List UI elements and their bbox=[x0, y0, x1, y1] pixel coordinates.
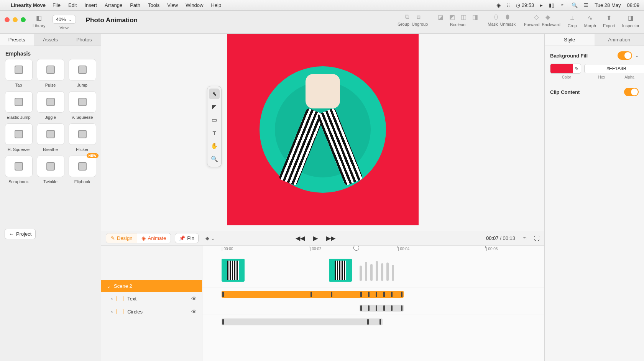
zoom-control[interactable]: 40% ⌄ View bbox=[53, 13, 76, 30]
play-button[interactable]: ▶ bbox=[313, 235, 318, 242]
preset-tap[interactable]: Tap bbox=[5, 59, 33, 87]
timer-icon[interactable]: ◷ 29:53 bbox=[516, 2, 534, 8]
clip-text[interactable] bbox=[360, 305, 404, 312]
tab-style[interactable]: Style bbox=[545, 34, 595, 46]
scene-track[interactable] bbox=[202, 287, 544, 301]
artboard[interactable] bbox=[227, 34, 419, 225]
layer-text[interactable]: › Text 👁 bbox=[101, 292, 202, 305]
preset-jiggle[interactable]: Jiggle bbox=[36, 91, 64, 120]
spotlight-icon[interactable]: 🔍 bbox=[572, 2, 578, 8]
text-tool[interactable]: T bbox=[209, 128, 220, 138]
export-tool[interactable]: ⬆Export bbox=[603, 13, 615, 28]
inspector-icon: ◨ bbox=[626, 13, 636, 22]
clip-content-toggle[interactable] bbox=[624, 88, 639, 96]
color-swatch[interactable] bbox=[550, 64, 576, 74]
control-center-icon[interactable]: ☰ bbox=[584, 2, 588, 8]
menu-view[interactable]: View bbox=[167, 2, 178, 8]
node-tool[interactable]: ◤ bbox=[209, 102, 220, 112]
timeline-tracks[interactable]: | 00:00 | 00:02 | 00:04 | 00:06 | 00:08 bbox=[202, 246, 544, 361]
pin-button[interactable]: 📌Pin bbox=[175, 233, 199, 243]
menubar-date[interactable]: Tue 28 May bbox=[595, 2, 621, 8]
forward-icon[interactable]: ◇ bbox=[532, 13, 540, 21]
layer-circles[interactable]: › Circles 👁 bbox=[101, 305, 202, 318]
timeline-ruler[interactable]: | 00:00 | 00:02 | 00:04 | 00:06 | 00:08 bbox=[202, 246, 544, 254]
screenrecord-icon[interactable]: ◉ bbox=[496, 2, 501, 8]
backward-icon[interactable]: ◆ bbox=[544, 13, 552, 21]
intersect-icon[interactable]: ◫ bbox=[459, 13, 468, 21]
preset-flicker[interactable]: Flicker bbox=[68, 123, 96, 152]
menubar-time[interactable]: 08:09 bbox=[627, 2, 639, 8]
preset-jump[interactable]: Jump bbox=[68, 59, 96, 87]
visibility-icon[interactable]: 👁 bbox=[191, 295, 197, 302]
preset-label: Pulse bbox=[45, 83, 56, 87]
circles-track[interactable] bbox=[202, 315, 544, 328]
menu-help[interactable]: Help bbox=[211, 2, 221, 8]
app-status-icon[interactable]: ⁝⁝ bbox=[507, 2, 510, 8]
mode-animate[interactable]: ◉Animate bbox=[137, 233, 171, 243]
menu-arrange[interactable]: Arrange bbox=[105, 2, 122, 8]
zoom-tool[interactable]: 🔍 bbox=[209, 154, 220, 164]
rewind-button[interactable]: ◀◀ bbox=[296, 235, 305, 242]
difference-icon[interactable]: ◨ bbox=[471, 13, 479, 21]
loop-region-icon[interactable]: ⏍ bbox=[523, 235, 526, 241]
thumbnail-1[interactable] bbox=[222, 259, 245, 282]
text-track[interactable] bbox=[202, 301, 544, 315]
preset-pulse[interactable]: Pulse bbox=[36, 59, 64, 87]
crop-tool[interactable]: ⟂Crop bbox=[567, 13, 577, 28]
wifi-icon[interactable]: ᯤ bbox=[560, 2, 565, 8]
hex-input[interactable] bbox=[584, 64, 644, 73]
battery-icon[interactable]: ▮▯ bbox=[549, 2, 554, 8]
play-status-icon[interactable]: ▸ bbox=[540, 2, 543, 8]
bg-fill-toggle[interactable] bbox=[618, 51, 632, 60]
chevron-down-icon[interactable]: ⌄ bbox=[635, 53, 639, 58]
menu-path[interactable]: Path bbox=[130, 2, 140, 8]
tab-presets[interactable]: Presets bbox=[0, 34, 34, 46]
window-maximize-button[interactable] bbox=[21, 17, 26, 22]
tab-assets[interactable]: Assets bbox=[34, 34, 67, 46]
project-back-button[interactable]: ← Project bbox=[5, 229, 36, 239]
morph-tool[interactable]: ∿Morph bbox=[584, 13, 596, 28]
ungroup-icon[interactable]: ⧈ bbox=[414, 13, 423, 20]
preset-h-squeeze[interactable]: H. Squeeze bbox=[5, 123, 33, 152]
visibility-icon[interactable]: 👁 bbox=[191, 308, 197, 315]
menu-tools[interactable]: Tools bbox=[148, 2, 159, 8]
expand-icon[interactable]: ⛶ bbox=[534, 235, 540, 241]
preset-v-squeeze[interactable]: V. Squeeze bbox=[68, 91, 96, 120]
group-icon[interactable]: ⧉ bbox=[403, 13, 411, 20]
thumbnail-2[interactable] bbox=[329, 259, 352, 282]
mode-design[interactable]: ✎Design bbox=[106, 233, 137, 243]
app-name[interactable]: Linearity Move bbox=[11, 2, 46, 8]
hand-tool[interactable]: ✋ bbox=[209, 141, 220, 151]
library-toggle[interactable]: ◧ Library bbox=[33, 13, 46, 28]
canvas-viewport[interactable] bbox=[101, 34, 544, 231]
tab-photos[interactable]: Photos bbox=[67, 34, 101, 46]
menu-insert[interactable]: Insert bbox=[84, 2, 97, 8]
preset-scrapbook[interactable]: Scrapbook bbox=[5, 156, 33, 184]
playhead[interactable] bbox=[356, 246, 356, 361]
menu-window[interactable]: Window bbox=[186, 2, 203, 8]
keyframe-shape-button[interactable]: ◆⌄ bbox=[202, 233, 218, 243]
unmask-icon[interactable]: ⬮ bbox=[503, 13, 512, 20]
menu-edit[interactable]: Edit bbox=[68, 2, 77, 8]
subtract-icon[interactable]: ◩ bbox=[448, 13, 456, 21]
preset-breathe[interactable]: Breathe bbox=[36, 123, 64, 152]
move-tool[interactable]: ⬉ bbox=[209, 89, 220, 99]
preset-thumb bbox=[37, 123, 64, 145]
fastforward-button[interactable]: ▶▶ bbox=[326, 235, 335, 242]
preset-label: Flicker bbox=[76, 147, 88, 152]
mask-icon[interactable]: ⬯ bbox=[492, 13, 500, 20]
shape-tool[interactable]: ▭ bbox=[209, 115, 220, 125]
inspector-toggle[interactable]: ◨Inspector bbox=[622, 13, 639, 28]
window-minimize-button[interactable] bbox=[13, 17, 18, 22]
preset-twinkle[interactable]: Twinkle bbox=[36, 156, 64, 184]
scene-header[interactable]: ⌄ Scene 2 bbox=[101, 280, 202, 292]
preset-flipbook[interactable]: NEWFlipbook bbox=[68, 156, 96, 184]
window-close-button[interactable] bbox=[5, 17, 10, 22]
tab-animation[interactable]: Animation bbox=[595, 34, 644, 46]
eyedropper-button[interactable]: ✎ bbox=[573, 64, 581, 74]
preset-elastic-jump[interactable]: Elastic Jump bbox=[5, 91, 33, 120]
clip-circles[interactable] bbox=[222, 318, 383, 325]
union-icon[interactable]: ◪ bbox=[436, 13, 445, 21]
menu-file[interactable]: File bbox=[53, 2, 61, 8]
zoom-value: 40% bbox=[56, 16, 66, 22]
